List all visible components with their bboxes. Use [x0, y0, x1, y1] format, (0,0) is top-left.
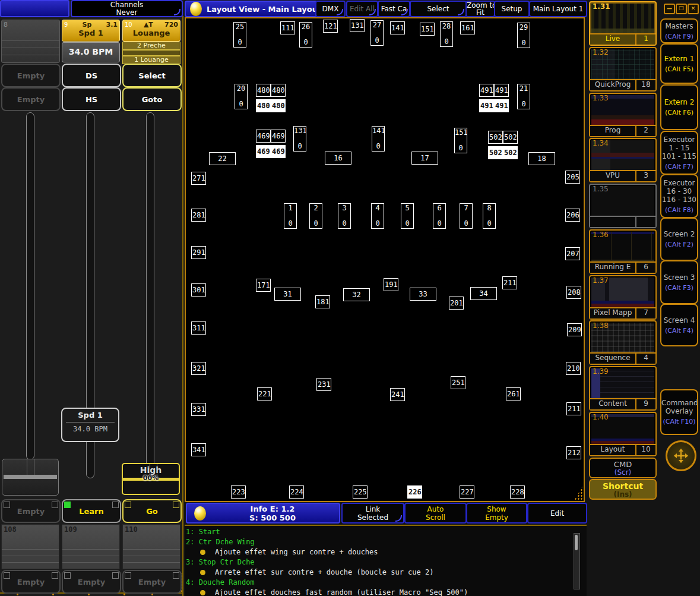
layout-box-141[interactable]: 1410 [372, 126, 385, 152]
layout-box-20[interactable]: 200 [235, 84, 248, 109]
layout-box-491[interactable]: 491 [494, 84, 509, 97]
layout-box-281[interactable]: 281 [191, 209, 206, 222]
executor-panel-108[interactable]: 108 [1, 524, 59, 569]
layout-box-480[interactable]: 480 [256, 99, 271, 112]
fader-strip-9-header[interactable]: 9 Sp 3.1 Spd 1 [62, 20, 120, 42]
screen-button-extern-1[interactable]: Extern 1(CAlt F5) [660, 43, 698, 84]
layout-box-208[interactable]: 208 [566, 286, 581, 299]
button-goto[interactable]: Goto [122, 87, 182, 111]
layout-box-17[interactable]: 17 [411, 152, 438, 165]
fader-strip-8[interactable]: 8 [1, 20, 60, 63]
layout-box-502[interactable]: 502 [503, 131, 518, 144]
layout-box-31[interactable]: 31 [274, 288, 301, 301]
layout-box-205[interactable]: 205 [565, 171, 580, 184]
layout-box-241[interactable]: 241 [390, 388, 405, 401]
toolbar-button-fast-ca[interactable]: Fast Ca [378, 1, 410, 17]
layout-box-7[interactable]: 70 [460, 203, 473, 229]
info-button-auto-scroll[interactable]: AutoScroll [404, 503, 467, 524]
button-empty[interactable]: Empty [1, 499, 61, 523]
layout-canvas[interactable]: 2501112601211312701411512801612902004804… [186, 18, 584, 501]
window-minimize-button[interactable]: — [664, 4, 675, 14]
screen-button-masters[interactable]: Masters(CAlt F9) [660, 18, 698, 43]
layout-box-227[interactable]: 227 [460, 485, 474, 499]
layout-box-228[interactable]: 228 [510, 485, 525, 499]
screen-button-executor-1-15-101-115[interactable]: Executor1 - 15101 - 115(CAlt F7) [660, 131, 698, 175]
button-empty[interactable]: Empty [122, 570, 182, 594]
button-empty[interactable]: Empty [1, 570, 61, 594]
info-button-edit[interactable]: Edit [527, 503, 587, 524]
layout-box-502[interactable]: 502 [488, 131, 503, 144]
layout-box-331[interactable]: 331 [191, 403, 206, 416]
view-tile-pixel-mapp[interactable]: 1.37Pixel Mapp7 [589, 275, 657, 320]
toolbar-button-edit-all[interactable]: Edit All [346, 1, 378, 17]
layout-box-502[interactable]: 502 [488, 146, 503, 159]
layout-box-151[interactable]: 1510 [454, 128, 467, 153]
layout-box-206[interactable]: 206 [565, 209, 580, 222]
view-tile-sequence[interactable]: 1.38Sequence4 [589, 320, 657, 365]
view-tile-live[interactable]: 1.31Live1 [589, 1, 657, 46]
layout-box-6[interactable]: 60 [433, 203, 446, 229]
layout-window-titlebar[interactable]: Layout View - Main Layout [185, 1, 318, 17]
layout-box-223[interactable]: 223 [231, 485, 246, 499]
layout-box-480[interactable]: 480 [271, 99, 286, 112]
layout-box-210[interactable]: 210 [566, 362, 581, 375]
view-tile-running-e[interactable]: 1.36Running E6 [589, 229, 657, 274]
button-ds[interactable]: DS [62, 64, 121, 87]
layout-box-251[interactable]: 251 [451, 376, 465, 389]
layout-box-480[interactable]: 480 [271, 84, 286, 97]
cue-row[interactable]: 2 Preche [122, 42, 180, 50]
layout-box-33[interactable]: 33 [410, 288, 436, 301]
layout-box-271[interactable]: 271 [191, 172, 206, 185]
screen-button-extern-2[interactable]: Extern 2(CAlt F6) [660, 84, 698, 130]
view-tile-content[interactable]: 1.39Content9 [589, 366, 657, 411]
layout-box-181[interactable]: 181 [315, 295, 330, 308]
layout-box-491[interactable]: 491 [479, 84, 494, 97]
layout-box-3[interactable]: 30 [338, 203, 351, 229]
layout-box-191[interactable]: 191 [384, 278, 398, 291]
fader-strip-10-header[interactable]: 10 ▲T 720 Louange [122, 20, 180, 42]
layout-box-26[interactable]: 260 [299, 22, 312, 48]
layout-box-211[interactable]: 211 [502, 276, 517, 289]
fader-track-1[interactable] [26, 112, 34, 460]
layout-box-121[interactable]: 121 [323, 20, 338, 33]
layout-box-201[interactable]: 201 [449, 297, 464, 310]
screen-button-command-overlay[interactable]: CommandOverlay(CAlt F10) [660, 389, 698, 435]
layout-box-27[interactable]: 270 [370, 20, 384, 46]
layout-box-225[interactable]: 225 [353, 485, 368, 499]
toolbar-button-setup[interactable]: Setup [494, 1, 530, 17]
layout-box-469[interactable]: 469 [256, 145, 271, 158]
layout-box-111[interactable]: 111 [280, 21, 295, 34]
layout-box-171[interactable]: 171 [256, 279, 271, 292]
button-hs[interactable]: HS [62, 87, 121, 111]
layout-box-29[interactable]: 290 [517, 23, 530, 48]
screen-button-executor-16-30-116-130[interactable]: Executor16 - 30116 - 130(CAlt F8) [660, 174, 698, 218]
view-tile-1.35[interactable]: 1.35 [589, 184, 657, 228]
layout-box-211[interactable]: 211 [566, 402, 581, 415]
layout-box-34[interactable]: 34 [470, 287, 497, 300]
layout-box-341[interactable]: 341 [191, 443, 206, 456]
toolbar-button-zoom-to-fit[interactable]: Zoom toFit [465, 1, 495, 17]
layout-box-321[interactable]: 321 [191, 362, 206, 375]
info-window-titlebar[interactable]: Info E: 1.2 S: 500 500 [186, 503, 340, 524]
move-window-button[interactable] [666, 440, 696, 471]
blue-corner-tile[interactable] [0, 0, 69, 17]
layout-box-209[interactable]: 209 [567, 323, 582, 336]
layout-box-16[interactable]: 16 [325, 152, 351, 165]
toolbar-button-select[interactable]: Select [410, 1, 467, 17]
layout-box-8[interactable]: 80 [483, 203, 496, 229]
channels-never-button[interactable]: Channels Never [71, 0, 183, 17]
screen-button-screen-3[interactable]: Screen 3(CAlt F3) [660, 260, 698, 304]
layout-box-291[interactable]: 291 [191, 246, 206, 259]
layout-box-131[interactable]: 131 [350, 19, 365, 32]
button-empty[interactable]: Empty [62, 570, 121, 594]
layout-box-469[interactable]: 469 [256, 130, 271, 143]
cue-row-empty[interactable] [122, 50, 180, 56]
layout-box-18[interactable]: 18 [528, 152, 555, 165]
layout-box-231[interactable]: 231 [316, 378, 331, 391]
executor-panel-109[interactable]: 109 [62, 524, 120, 569]
fader-thumb[interactable] [4, 475, 57, 479]
button-go[interactable]: Go [122, 499, 182, 523]
layout-box-131[interactable]: 1310 [293, 126, 306, 152]
layout-box-141[interactable]: 141 [390, 21, 405, 34]
layout-box-212[interactable]: 212 [566, 446, 581, 459]
